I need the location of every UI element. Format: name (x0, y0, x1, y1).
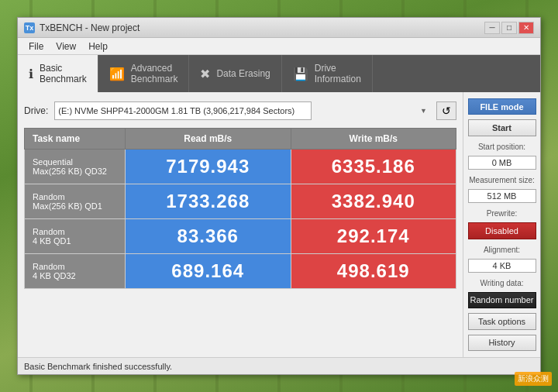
col-write: Write mB/s (291, 129, 456, 150)
tab-erasing-label: Data Erasing (216, 68, 270, 79)
row-label-2: Random4 KB QD1 (25, 219, 126, 254)
table-row: Random4 KB QD32 689.164 498.619 (25, 254, 456, 289)
app-icon: Tx (24, 22, 35, 33)
row-read-1: 1733.268 (126, 184, 291, 219)
content-area: Drive: (E:) NVMe SHPP41-2000GM 1.81 TB (… (18, 92, 540, 357)
window-controls: ─ □ ✕ (484, 22, 534, 34)
minimize-button[interactable]: ─ (484, 22, 500, 34)
drive-bar: Drive: (E:) NVMe SHPP41-2000GM 1.81 TB (… (24, 98, 456, 123)
prewrite-value[interactable]: Disabled (468, 222, 536, 239)
writing-label: Writing data: (468, 279, 536, 287)
tab-bar: ℹ BasicBenchmark 📶 AdvancedBenchmark ✖ D… (18, 55, 540, 92)
col-read: Read mB/s (126, 129, 291, 150)
table-row: Random4 KB QD1 83.366 292.174 (25, 219, 456, 254)
tab-advanced-label: AdvancedBenchmark (131, 63, 178, 85)
measurement-value: 512 MB (468, 189, 536, 203)
drive-select-wrap: (E:) NVMe SHPP41-2000GM 1.81 TB (3,906,2… (54, 101, 430, 120)
menu-help[interactable]: Help (82, 40, 114, 53)
row-label-0: SequentialMax(256 KB) QD32 (25, 150, 126, 184)
title-bar: Tx TxBENCH - New project ─ □ ✕ (18, 18, 540, 38)
file-mode-button[interactable]: FILE mode (468, 98, 536, 115)
watermark: 新浪众测 (515, 372, 552, 386)
tab-basic-label: BasicBenchmark (40, 63, 87, 85)
maximize-button[interactable]: □ (501, 22, 517, 34)
advanced-tab-icon: 📶 (109, 67, 125, 81)
col-task: Task name (25, 129, 126, 150)
row-write-1: 3382.940 (291, 184, 456, 219)
main-panel: Drive: (E:) NVMe SHPP41-2000GM 1.81 TB (… (18, 92, 463, 357)
task-options-button[interactable]: Task options (468, 313, 536, 329)
menu-file[interactable]: File (22, 40, 50, 53)
refresh-icon: ↺ (442, 105, 451, 117)
row-write-2: 292.174 (291, 219, 456, 254)
tab-drive-label: DriveInformation (315, 63, 361, 85)
tab-basic[interactable]: ℹ BasicBenchmark (18, 55, 98, 92)
tab-advanced[interactable]: 📶 AdvancedBenchmark (98, 55, 190, 92)
status-bar: Basic Benchmark finished successfully. (18, 357, 540, 374)
window-title: TxBENCH - New project (40, 22, 484, 33)
row-label-1: RandomMax(256 KB) QD1 (25, 184, 126, 219)
benchmark-table: Task name Read mB/s Write mB/s Sequentia… (24, 128, 456, 289)
close-button[interactable]: ✕ (518, 22, 534, 34)
history-button[interactable]: History (468, 335, 536, 351)
alignment-value: 4 KB (468, 259, 536, 273)
right-panel: FILE mode Start Start position: 0 MB Mea… (463, 92, 540, 357)
tab-erasing[interactable]: ✖ Data Erasing (189, 55, 281, 92)
menu-bar: File View Help (18, 38, 540, 55)
drive-select[interactable]: (E:) NVMe SHPP41-2000GM 1.81 TB (3,906,2… (54, 101, 312, 120)
row-write-0: 6335.186 (291, 150, 456, 184)
alignment-label: Alignment: (468, 246, 536, 254)
start-position-label: Start position: (468, 143, 536, 151)
tab-drive[interactable]: 💾 DriveInformation (282, 55, 373, 92)
row-write-3: 498.619 (291, 254, 456, 289)
start-button[interactable]: Start (468, 119, 536, 136)
drive-label: Drive: (24, 105, 48, 116)
row-label-3: Random4 KB QD32 (25, 254, 126, 289)
table-row: SequentialMax(256 KB) QD32 7179.943 6335… (25, 150, 456, 184)
measurement-label: Measurement size: (468, 176, 536, 184)
writing-value[interactable]: Random number (468, 292, 536, 308)
status-message: Basic Benchmark finished successfully. (24, 362, 172, 371)
basic-tab-icon: ℹ (29, 67, 33, 81)
table-row: RandomMax(256 KB) QD1 1733.268 3382.940 (25, 184, 456, 219)
erasing-tab-icon: ✖ (200, 67, 210, 81)
prewrite-label: Prewrite: (468, 209, 536, 218)
row-read-2: 83.366 (126, 219, 291, 254)
start-position-value: 0 MB (468, 156, 536, 170)
menu-view[interactable]: View (50, 40, 82, 53)
drive-tab-icon: 💾 (293, 67, 308, 81)
app-window: Tx TxBENCH - New project ─ □ ✕ File View… (17, 17, 541, 375)
drive-refresh-button[interactable]: ↺ (436, 101, 456, 120)
row-read-0: 7179.943 (126, 150, 291, 184)
row-read-3: 689.164 (126, 254, 291, 289)
